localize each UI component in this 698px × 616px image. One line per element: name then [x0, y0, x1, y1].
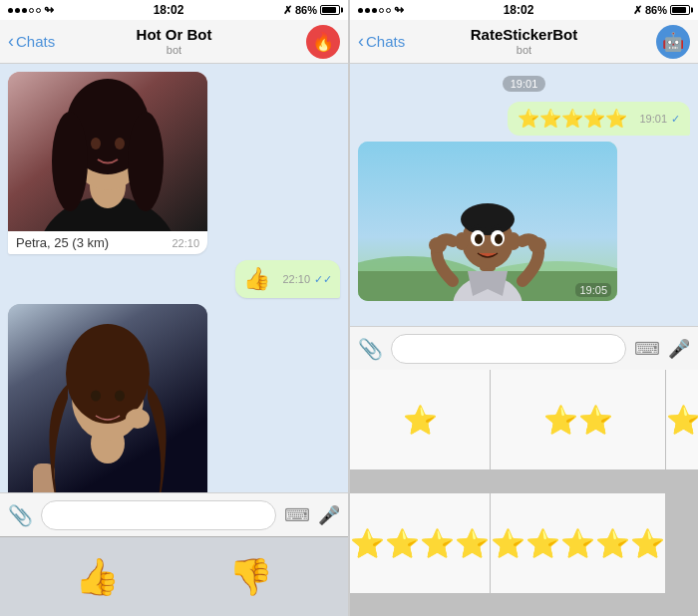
- right-right-status: ✗ 86%: [633, 4, 690, 17]
- left-back-button[interactable]: ‹ Chats: [8, 31, 55, 52]
- battery-box-right: [670, 5, 690, 15]
- wifi-icon: ↬: [44, 3, 54, 17]
- dot4: [29, 8, 34, 13]
- svg-point-6: [128, 112, 164, 211]
- left-mic-icon[interactable]: 🎤: [318, 504, 340, 526]
- petra-caption: Petra, 25 (3 km) 22:10: [8, 231, 207, 254]
- right-nav-title: RateStickerBot: [471, 26, 578, 44]
- left-back-label: Chats: [16, 33, 55, 50]
- left-emoji-tray: 👍 👎: [0, 536, 348, 616]
- svg-point-14: [66, 324, 150, 424]
- stars-message: ⭐⭐⭐⭐⭐ 19:01 ✓: [508, 102, 690, 136]
- viki-svg: [8, 304, 207, 492]
- right-chat-area: 19:01 ⭐⭐⭐⭐⭐ 19:01 ✓: [350, 64, 698, 326]
- right-nav-center: RateStickerBot bot: [471, 26, 578, 57]
- right-panel: ↬ 18:02 ✗ 86% ‹ Chats RateStickerBot bot…: [349, 0, 698, 616]
- left-nav-center: Hot Or Bot bot: [137, 26, 212, 57]
- left-input-bar: 📎 ⌨ 🎤: [0, 492, 348, 536]
- rdot4: [379, 8, 384, 13]
- message-petra: Petra, 25 (3 km) 22:10: [8, 72, 207, 254]
- rdot3: [372, 8, 377, 13]
- battery-box-left: [320, 5, 340, 15]
- thumbs-down-button[interactable]: 👎: [228, 556, 273, 598]
- sticker-1star[interactable]: ⭐: [350, 370, 490, 469]
- bt-icon-left: ✗: [283, 4, 292, 17]
- left-chevron-icon: ‹: [8, 31, 14, 52]
- left-signal: ↬: [8, 3, 54, 17]
- left-attach-icon[interactable]: 📎: [8, 503, 33, 527]
- right-time: 18:02: [504, 3, 534, 17]
- sticker-5star[interactable]: ⭐⭐⭐⭐⭐: [491, 493, 665, 593]
- left-nav-subtitle: bot: [137, 44, 212, 57]
- right-input-field[interactable]: [391, 334, 626, 364]
- sticker-2star-emoji: ⭐⭐: [543, 404, 613, 437]
- dot2: [15, 8, 20, 13]
- kanye-scene-svg: [358, 142, 617, 301]
- stars-emoji: ⭐⭐⭐⭐⭐: [518, 108, 627, 130]
- right-status-bar: ↬ 18:02 ✗ 86%: [350, 0, 698, 20]
- right-input-bar: 📎 ⌨ 🎤: [350, 326, 698, 370]
- rdot2: [365, 8, 370, 13]
- svg-point-30: [475, 234, 483, 244]
- right-back-label: Chats: [366, 33, 405, 50]
- thumbsup-check: ✓✓: [314, 273, 332, 286]
- svg-point-25: [461, 203, 515, 235]
- viki-photo: [8, 304, 207, 492]
- left-input-field[interactable]: [41, 500, 276, 530]
- dot1: [8, 8, 13, 13]
- right-nav-avatar[interactable]: 🤖: [656, 25, 690, 59]
- kanye-time: 19:05: [575, 283, 611, 297]
- petra-name: Petra, 25 (3 km): [16, 235, 109, 250]
- right-back-button[interactable]: ‹ Chats: [358, 31, 405, 52]
- left-time: 18:02: [154, 3, 184, 17]
- viki-bubble: Viki, 21 (2 km) 22:12: [8, 304, 207, 492]
- sticker-2star[interactable]: ⭐⭐: [491, 370, 665, 469]
- left-panel: ↬ 18:02 ✗ 86% ‹ Chats Hot Or Bot bot 🔥: [0, 0, 349, 616]
- battery-pct-right: 86%: [645, 4, 667, 16]
- fire-icon: 🔥: [312, 31, 334, 53]
- left-nav-avatar[interactable]: 🔥: [306, 25, 340, 59]
- signal-dots: [8, 8, 41, 13]
- right-signal-dots: [358, 8, 391, 13]
- sticker-1star-emoji: ⭐: [403, 404, 438, 437]
- right-attach-icon[interactable]: 📎: [358, 337, 383, 361]
- svg-point-5: [52, 112, 88, 211]
- thumbsup-time: 22:10: [282, 273, 310, 285]
- dot3: [22, 8, 27, 13]
- svg-point-17: [126, 409, 150, 429]
- right-signal: ↬: [358, 3, 404, 17]
- right-nav-bar: ‹ Chats RateStickerBot bot 🤖: [350, 20, 698, 64]
- petra-time: 22:10: [172, 237, 199, 249]
- sticker-5star-emoji: ⭐⭐⭐⭐⭐: [491, 527, 665, 560]
- right-nav-subtitle: bot: [471, 44, 578, 57]
- right-wifi-icon: ↬: [394, 3, 404, 17]
- right-keyboard-icon[interactable]: ⌨: [634, 338, 660, 360]
- thumbs-up-button[interactable]: 👍: [75, 556, 120, 598]
- left-status-bar: ↬ 18:02 ✗ 86%: [0, 0, 348, 20]
- svg-point-31: [495, 234, 503, 244]
- stars-time: 19:01: [639, 113, 667, 125]
- thumbsup-emoji: 👍: [243, 266, 270, 292]
- svg-point-7: [91, 138, 101, 150]
- sticker-grid: ⭐ ⭐⭐ ⭐⭐⭐ ⭐⭐⭐⭐ ⭐⭐⭐⭐⭐: [350, 370, 698, 616]
- sticker-3star[interactable]: ⭐⭐⭐: [666, 370, 698, 469]
- left-keyboard-icon[interactable]: ⌨: [284, 504, 310, 526]
- kanye-background: 19:05: [358, 142, 617, 301]
- message-thumbsup: 👍 22:10 ✓✓: [235, 260, 340, 298]
- sticker-4star[interactable]: ⭐⭐⭐⭐: [350, 493, 490, 593]
- thumbsup-bubble: 👍 22:10 ✓✓: [235, 260, 340, 298]
- message-viki: Viki, 21 (2 km) 22:12: [8, 304, 207, 492]
- stars-check: ✓: [671, 113, 680, 126]
- left-nav-bar: ‹ Chats Hot Or Bot bot 🔥: [0, 20, 348, 64]
- right-mic-icon[interactable]: 🎤: [668, 338, 690, 360]
- battery-fill-right: [672, 7, 686, 13]
- battery-pct-left: 86%: [295, 4, 317, 16]
- left-nav-title: Hot Or Bot: [137, 26, 212, 44]
- svg-point-33: [528, 237, 546, 253]
- petra-svg: [8, 72, 207, 231]
- time-badge-1901: 19:01: [503, 76, 546, 92]
- right-chevron-icon: ‹: [358, 31, 364, 52]
- svg-point-32: [429, 237, 447, 253]
- robot-icon: 🤖: [662, 31, 684, 53]
- left-chat-area: Petra, 25 (3 km) 22:10 👍 22:10 ✓✓: [0, 64, 348, 492]
